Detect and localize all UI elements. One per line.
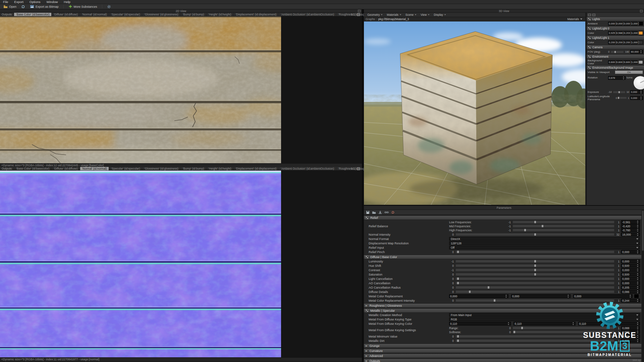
3d-viewport[interactable] (364, 21, 585, 205)
section-checkbox[interactable] (588, 37, 591, 39)
value-field[interactable]: 0,000 (621, 250, 640, 254)
output-tab[interactable]: 'Diffuse' (id:diffuse) (52, 13, 80, 16)
section-header[interactable]: ▶ Outputs (364, 359, 641, 362)
normal-texture-view[interactable] (0, 171, 362, 357)
output-tab[interactable]: 'Bump' (id:bump) (181, 167, 207, 170)
output-tab[interactable]: 'Displacement' (id:displacement) (234, 13, 279, 16)
spinner-icon[interactable] (630, 32, 632, 34)
exposure-slider[interactable] (613, 91, 626, 94)
value-field[interactable]: 0,086 (621, 290, 640, 294)
spinner-icon[interactable] (615, 32, 617, 34)
spinner-icon[interactable] (630, 22, 632, 25)
color-component-field[interactable]: 0,110 (514, 322, 575, 325)
section-header-camera[interactable]: Camera (587, 45, 644, 49)
value-field[interactable]: 0,500 (621, 273, 640, 276)
slider-handle[interactable] (534, 221, 536, 223)
slider-handle[interactable] (534, 264, 536, 267)
section-header-environment[interactable]: Environment (587, 54, 644, 59)
spinner-icon[interactable] (637, 233, 639, 236)
spinner-icon[interactable] (623, 61, 625, 63)
spinner-icon[interactable] (615, 41, 617, 44)
slider-track[interactable] (455, 273, 614, 276)
slider-handle[interactable] (457, 282, 459, 284)
slider-track[interactable] (513, 221, 614, 224)
spinner-icon[interactable] (638, 22, 640, 25)
3d-menu-item[interactable]: Geometry (366, 13, 384, 16)
3d-menu-item[interactable]: Scene (404, 13, 418, 16)
value-field[interactable]: 16,000 (621, 233, 640, 236)
value-field[interactable]: 0,000 (630, 96, 643, 100)
value-field[interactable]: 0,200 (608, 41, 615, 44)
graph-path[interactable]: pkg://Bitmap2Material_3 (378, 17, 409, 21)
slider-track[interactable] (455, 260, 614, 263)
section-collapse-arrow[interactable]: ▶ (366, 355, 367, 357)
latlong-slider[interactable] (618, 97, 627, 99)
slider-handle[interactable] (534, 269, 536, 271)
spinner-icon[interactable] (629, 295, 632, 298)
value-field[interactable]: -0,561 (621, 220, 640, 224)
menu-item[interactable]: Help (61, 0, 73, 4)
slider-track[interactable] (455, 282, 614, 285)
section-checkbox[interactable] (366, 309, 368, 312)
link-icon[interactable] (384, 210, 389, 214)
materials-dropdown[interactable]: Materials (568, 17, 584, 21)
slider-track[interactable] (455, 290, 614, 293)
spinner-icon[interactable] (638, 61, 640, 63)
rotation-value-field[interactable]: 0,678 (608, 76, 626, 80)
slider-handle[interactable] (618, 97, 619, 99)
spinner-icon[interactable] (567, 295, 570, 298)
output-tab[interactable]: 'Ambient Occlusion' (id:ambientOcclusion… (279, 13, 336, 16)
panel-options-icon[interactable] (640, 10, 643, 12)
slider-handle[interactable] (457, 335, 459, 338)
slider-handle[interactable] (524, 229, 526, 231)
slider-handle[interactable] (521, 327, 523, 329)
menu-item[interactable]: Options (26, 0, 44, 4)
slider-handle[interactable] (494, 299, 495, 302)
spinner-icon[interactable] (637, 250, 639, 253)
slider-handle[interactable] (469, 291, 471, 293)
section-collapse-arrow[interactable]: ▶ (366, 360, 367, 362)
value-field[interactable]: 0,000 (608, 22, 615, 25)
visible-toggle-button[interactable]: On (615, 70, 643, 74)
spinner-icon[interactable] (637, 277, 639, 280)
slider-handle[interactable] (614, 51, 616, 53)
value-field[interactable]: 0,500 (621, 264, 640, 267)
value-field[interactable]: 0,000 (630, 90, 643, 94)
slider-track[interactable] (455, 286, 614, 289)
rotation-dial[interactable] (634, 76, 644, 89)
refresh-button[interactable] (20, 4, 26, 9)
3d-menu-item[interactable]: Materials (385, 13, 403, 16)
spinner-icon[interactable] (637, 286, 639, 289)
more-substances-button[interactable]: More Substances (67, 4, 99, 9)
spinner-icon[interactable] (572, 322, 575, 325)
section-checkbox[interactable] (366, 256, 368, 258)
menu-item[interactable]: File (0, 0, 11, 4)
basecolor-texture-view[interactable] (0, 16, 362, 163)
spinner-icon[interactable] (637, 260, 639, 263)
output-tab[interactable]: 'Base Color' (id:basecolor) (14, 13, 52, 16)
section-header[interactable]: ▶ Relief (364, 216, 641, 220)
value-field[interactable]: 0,000 (621, 268, 640, 272)
spinner-icon[interactable] (615, 61, 617, 63)
value-field[interactable]: 0,205 (621, 286, 640, 289)
open-button[interactable]: Open (2, 4, 18, 9)
slider-handle[interactable] (488, 286, 489, 289)
spinner-icon[interactable] (637, 268, 639, 272)
section-checkbox[interactable] (588, 46, 591, 49)
output-tab[interactable]: 'Height' (id:height) (207, 13, 234, 16)
output-tab[interactable]: 'Normal' (id:normal) (80, 13, 109, 16)
spinner-icon[interactable] (638, 41, 640, 44)
spinner-icon[interactable] (505, 295, 507, 298)
section-checkbox[interactable] (366, 217, 368, 219)
value-field[interactable]: 0,000 (621, 259, 640, 263)
section-checkbox[interactable] (588, 18, 591, 20)
output-tab[interactable]: 'Base Color' (id:basecolor) (14, 167, 52, 170)
spinner-icon[interactable] (507, 322, 510, 325)
dock-icon[interactable] (588, 14, 591, 16)
slider-track[interactable] (513, 225, 614, 228)
scrollbar[interactable] (642, 210, 644, 362)
dropdown[interactable]: 128*128 (449, 241, 640, 245)
output-tab[interactable]: 'Glossiness' (id:glossiness) (142, 13, 181, 16)
preset-load-icon[interactable] (372, 210, 376, 214)
spinner-icon[interactable] (630, 61, 632, 63)
